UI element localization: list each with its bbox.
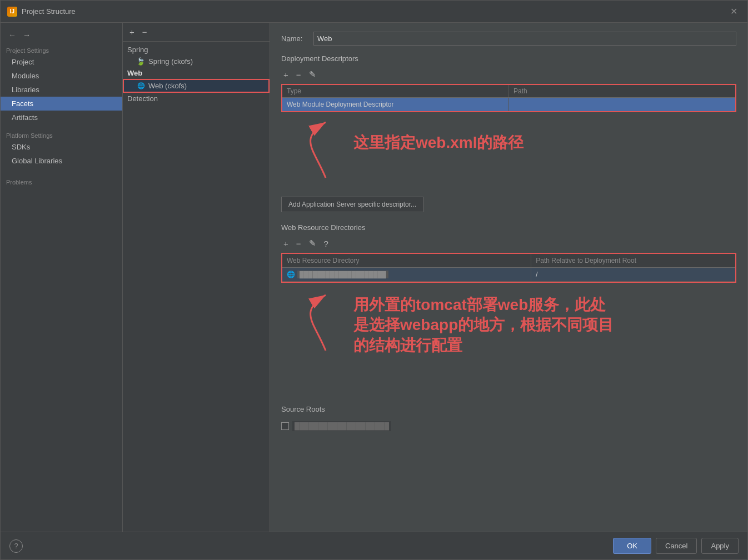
sidebar-item-facets[interactable]: Facets xyxy=(1,97,122,111)
add-facet-button[interactable]: + xyxy=(127,26,137,38)
wr-toolbar: + − ✎ ? xyxy=(281,237,736,249)
bottom-actions: OK Cancel Apply xyxy=(613,538,739,554)
source-roots-value: ████████████████████ xyxy=(292,421,391,431)
dd-path-cell xyxy=(509,98,735,111)
annotation-top-text: 这里指定web.xml的路径 xyxy=(353,133,523,152)
wr-col2-header: Path Relative to Deployment Root xyxy=(531,254,735,267)
source-roots-checkbox-row: ████████████████████ xyxy=(281,419,736,433)
source-roots-title: Source Roots xyxy=(281,405,736,413)
web-icon: 🌐 xyxy=(137,82,145,89)
tree-spring-item[interactable]: 🍃 Spring (ckofs) xyxy=(123,56,270,67)
sidebar-item-libraries[interactable]: Libraries xyxy=(1,83,122,97)
table-row[interactable]: Web Module Deployment Descriptor xyxy=(282,98,735,111)
wr-dir-icon: 🌐 xyxy=(287,271,295,278)
dd-table-header: Type Path xyxy=(282,85,735,98)
sidebar-item-project[interactable]: Project xyxy=(1,55,122,69)
dd-toolbar: + − ✎ xyxy=(281,68,736,81)
wr-add-button[interactable]: + xyxy=(281,237,291,249)
tree-spring-section[interactable]: Spring xyxy=(123,44,270,56)
dd-add-button[interactable]: + xyxy=(281,68,291,81)
sidebar-item-artifacts[interactable]: Artifacts xyxy=(1,111,122,124)
app-icon: IJ xyxy=(7,7,17,17)
sidebar-item-sdks[interactable]: SDKs xyxy=(1,140,122,154)
dd-table: Type Path Web Module Deployment Descript… xyxy=(281,84,736,112)
content-area: ← → Project Settings Project Modules Lib… xyxy=(1,23,747,532)
dd-path-header: Path xyxy=(509,85,735,97)
nav-back: ← → xyxy=(1,27,122,45)
name-field-row: Name: xyxy=(281,32,736,46)
dd-type-cell: Web Module Deployment Descriptor xyxy=(282,98,509,111)
help-button[interactable]: ? xyxy=(9,539,23,553)
cancel-button[interactable]: Cancel xyxy=(656,538,697,554)
right-content: Name: Deployment Descriptors + − ✎ Type … xyxy=(270,23,747,532)
middle-toolbar: + − xyxy=(123,23,270,42)
name-input[interactable] xyxy=(313,32,736,46)
forward-button[interactable]: → xyxy=(21,29,33,41)
annotation-top-area: 这里指定web.xml的路径 xyxy=(281,117,736,189)
apply-button[interactable]: Apply xyxy=(701,538,739,554)
tree-web-item[interactable]: 🌐 Web (ckofs) xyxy=(123,79,270,93)
project-settings-section: Project Settings xyxy=(1,45,122,55)
wr-table-header: Web Resource Directory Path Relative to … xyxy=(282,254,735,268)
wr-remove-button[interactable]: − xyxy=(294,237,303,249)
back-button[interactable]: ← xyxy=(6,29,18,41)
dd-type-header: Type xyxy=(282,85,509,97)
spring-icon: 🍃 xyxy=(136,57,145,66)
wr-path-cell: / xyxy=(531,268,735,281)
tree-web-section: Web xyxy=(123,67,270,79)
add-server-area: Add Application Server specific descript… xyxy=(281,193,736,212)
wr-title: Web Resource Directories xyxy=(281,223,736,232)
problems-section: Problems xyxy=(1,177,122,187)
wr-directory-cell: 🌐 ████████████████████ xyxy=(282,268,531,281)
middle-panel: + − Spring 🍃 Spring (ckofs) Web 🌐 W xyxy=(123,23,270,532)
bottom-bar: ? OK Cancel Apply xyxy=(1,532,747,559)
dialog-title: Project Structure xyxy=(22,7,76,16)
right-panel: Name: Deployment Descriptors + − ✎ Type … xyxy=(270,23,747,532)
sidebar-item-global-libraries[interactable]: Global Libraries xyxy=(1,154,122,168)
name-label: Name: xyxy=(281,34,309,43)
annotation-bottom-text: 用外置的tomcat部署web服务，此处是选择webapp的地方，根据不同项目的… xyxy=(353,295,614,356)
ok-button[interactable]: OK xyxy=(613,538,651,554)
table-row[interactable]: 🌐 ████████████████████ / xyxy=(282,268,735,282)
project-structure-dialog: IJ Project Structure ✕ ← → Project Setti… xyxy=(0,0,748,560)
wr-directory-value: ████████████████████ xyxy=(297,271,388,278)
source-roots-section: Source Roots ████████████████████ xyxy=(281,405,736,433)
wr-edit-button[interactable]: ✎ xyxy=(307,237,318,249)
platform-settings-section: Platform Settings xyxy=(1,130,122,140)
source-roots-checkbox[interactable] xyxy=(281,422,289,430)
sidebar-item-modules[interactable]: Modules xyxy=(1,69,122,83)
title-bar-left: IJ Project Structure xyxy=(7,7,76,17)
title-bar: IJ Project Structure ✕ xyxy=(1,1,747,23)
dd-remove-button[interactable]: − xyxy=(294,68,303,81)
wr-col1-header: Web Resource Directory xyxy=(282,254,531,267)
dd-edit-button[interactable]: ✎ xyxy=(307,68,318,81)
tree-area: Spring 🍃 Spring (ckofs) Web 🌐 Web (ckofs… xyxy=(123,42,270,532)
annotation-bottom-area: 用外置的tomcat部署web服务，此处是选择webapp的地方，根据不同项目的… xyxy=(281,289,736,401)
wr-table: Web Resource Directory Path Relative to … xyxy=(281,253,736,283)
close-button[interactable]: ✕ xyxy=(727,5,741,18)
wr-help-button[interactable]: ? xyxy=(322,237,331,249)
remove-facet-button[interactable]: − xyxy=(140,26,149,38)
tree-detection-item[interactable]: Detection xyxy=(123,93,270,104)
sidebar: ← → Project Settings Project Modules Lib… xyxy=(1,23,123,532)
add-server-button[interactable]: Add Application Server specific descript… xyxy=(281,197,423,212)
deployment-descriptors-title: Deployment Descriptors xyxy=(281,54,736,63)
